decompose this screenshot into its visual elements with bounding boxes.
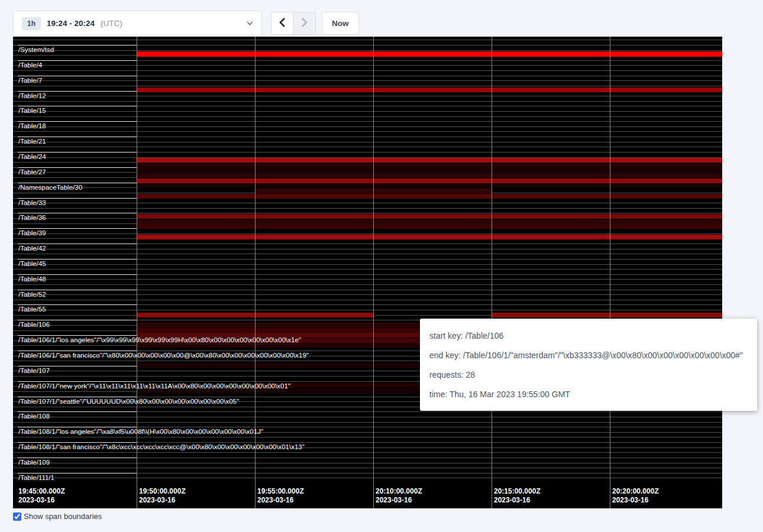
span-label-line [18,274,137,275]
span-key-label: /Table/52 [18,291,46,298]
span-boundary-line [13,80,722,81]
x-axis-tick-time: 19:45:00.000Z [18,487,65,495]
span-boundary-line [13,131,722,132]
span-key-label: /Table/4 [18,61,42,69]
x-axis-tick-date: 2023-03-16 [139,496,175,504]
span-label-line [18,320,137,320]
heat-band [137,168,722,173]
span-label-line [18,381,137,382]
span-key-label: /Table/27 [18,168,46,176]
span-boundary-line [13,463,722,463]
time-gridline [373,37,374,508]
span-label-line [18,91,137,92]
span-label-line [18,458,137,458]
x-axis-tick-time: 19:50:00.000Z [139,487,186,495]
span-label-line [18,304,137,305]
prev-range-button[interactable] [271,12,293,35]
span-label-line [18,121,137,122]
time-gridline [610,37,610,508]
span-boundary-line [13,86,722,86]
span-boundary-line [13,269,722,270]
span-key-label: /Table/18 [18,122,46,129]
span-boundary-line [13,111,722,112]
span-boundary-line [13,422,722,423]
span-boundary-line [13,40,722,40]
span-label-line [18,60,137,61]
span-boundary-line [13,50,722,51]
span-key-label: /Table/42 [18,245,46,252]
heat-band [137,163,722,168]
span-label-line [18,351,137,351]
time-gridline [492,37,492,508]
span-boundary-line [13,300,722,300]
span-label-line [18,76,137,76]
heat-band [137,87,722,92]
span-key-label: /Table/109 [18,459,50,466]
x-axis-tick-time: 19:55:00.000Z [257,487,304,495]
span-key-label: /Table/48 [18,275,46,283]
span-key-label: /Table/15 [18,107,46,114]
now-button[interactable]: Now [322,12,359,35]
span-boundary-line [13,284,722,285]
chevron-left-icon [279,17,286,30]
span-label-line [18,473,137,473]
heat-band [137,194,722,199]
span-key-label: /Table/108/1/"los angeles"/"\xa8\xf5\u00… [18,428,263,435]
span-key-label: /Table/107/1/"seattle"/"UUUUUUD\x00\x80\… [18,398,239,405]
span-label-line [18,244,137,244]
span-key-label: /Table/39 [18,229,46,236]
time-range-duration-badge: 1h [22,17,41,30]
span-key-label: /Table/106/1/"san francisco"/"\x80\x00\x… [18,352,309,359]
heat-band [137,183,722,188]
span-label-line [18,137,137,137]
next-range-button[interactable] [293,12,316,35]
x-axis-tick-date: 2023-03-16 [376,496,412,504]
span-boundary-line [13,264,722,265]
span-boundary-line [13,101,722,102]
span-label-line [18,427,137,427]
span-boundary-line [13,147,722,147]
key-visualizer-canvas[interactable]: /System/tsd/Table/4/Table/7/Table/12/Tab… [13,37,722,508]
span-key-label: /Table/36 [18,214,46,221]
span-boundary-line [13,70,722,71]
span-label-line [18,411,137,412]
span-key-label: /Table/21 [18,138,46,145]
span-key-label: /Table/106/1/"los angeles"/"\x99\x99\x99… [18,336,301,343]
span-boundary-line [13,203,722,203]
heat-band [137,179,722,183]
span-boundary-line [13,65,722,66]
span-label-line [18,335,137,336]
heat-band [137,235,722,239]
span-label-line [18,397,137,397]
span-boundary-line [13,254,722,254]
span-key-label: /NamespaceTable/30 [18,184,82,191]
span-key-label: /Table/55 [18,306,46,313]
span-tooltip: start key: /Table/106end key: /Table/106… [420,319,757,411]
span-key-label: /Table/12 [18,92,46,99]
x-axis-tick-time: 20:20:00.000Z [612,487,659,495]
show-span-boundaries-checkbox[interactable] [13,512,21,521]
span-boundary-line [13,208,722,209]
time-nav-group [271,12,316,35]
span-key-label: /Table/111/1 [18,474,54,481]
span-label-line [18,213,137,213]
span-label-line [18,228,137,229]
tooltip-line: requests: 28 [429,370,748,379]
heat-band [137,51,722,57]
time-range-zone: (UTC) [101,19,122,28]
span-key-label: /Table/107 [18,367,50,374]
time-range-text: 19:24 - 20:24 [47,19,95,28]
x-axis-tick-date: 2023-03-16 [612,496,648,504]
show-span-boundaries-label: Show span boundaries [24,512,102,521]
span-key-label: /Table/107/1/"new york"/"\x11\x11\x11\x1… [18,382,290,390]
x-axis-tick-date: 2023-03-16 [494,496,530,504]
chevron-down-icon [247,21,253,25]
heat-band [492,313,722,317]
span-boundary-line [13,452,722,453]
span-boundary-line [13,468,722,468]
x-axis-tick-time: 20:10:00.000Z [376,487,422,495]
span-label-line [18,167,137,168]
time-range-select[interactable]: 1h 19:24 - 20:24 (UTC) [13,11,262,36]
x-axis-tick-date: 2023-03-16 [18,496,54,504]
x-axis-tick-date: 2023-03-16 [257,496,293,504]
